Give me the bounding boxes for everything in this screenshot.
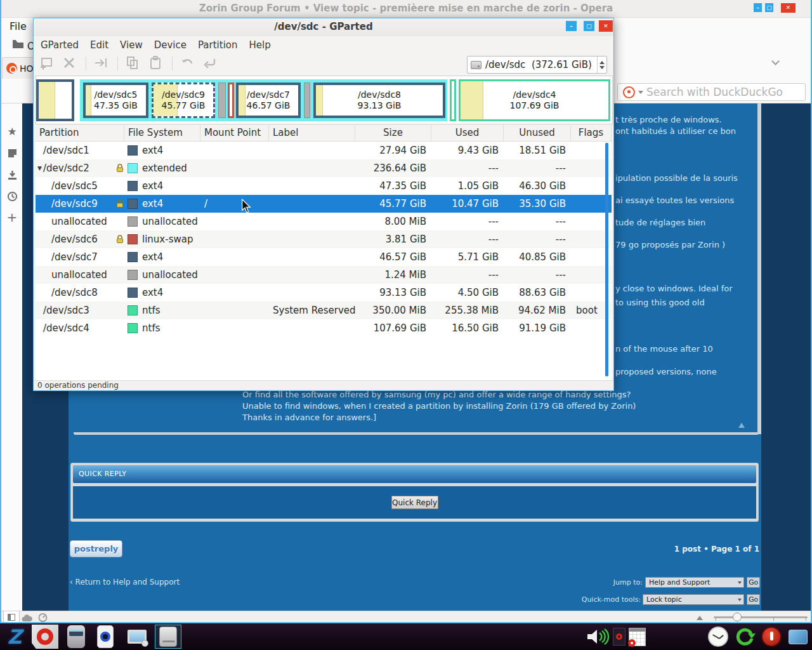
forum-fragment-1: ont habitués à utiliser ce bon — [615, 126, 736, 136]
device-spinner[interactable] — [597, 56, 606, 73]
zoom-indicator-icon[interactable] — [697, 616, 703, 620]
new-partition-icon[interactable] — [39, 55, 55, 72]
taskbar-opera-button[interactable] — [32, 625, 58, 649]
table-row-unallocated-7[interactable]: unallocatedunallocated1.24 MiB------ — [36, 266, 612, 284]
quickmod-go-button[interactable]: Go — [747, 594, 760, 605]
column-header-mount-point[interactable]: Mount Point — [200, 125, 269, 141]
folder-icon[interactable] — [12, 39, 24, 51]
bookmarks-star-icon[interactable]: ★ — [6, 126, 18, 137]
taskbar-file-manager-button[interactable] — [63, 625, 89, 649]
return-to-help-link[interactable]: ‹ Return to Help and Support — [70, 578, 180, 587]
table-row-dev-sdc9[interactable]: /dev/sdc9ext4/45.77 GiB10.47 GiB35.30 Gi… — [36, 195, 612, 213]
visual-partition-dev-sdc9[interactable]: /dev/sdc945.77 GiB — [152, 83, 215, 118]
visual-partition-dev-sdc1[interactable] — [36, 79, 74, 121]
history-icon[interactable] — [6, 191, 18, 202]
column-header-flags[interactable]: Flags — [571, 125, 612, 141]
gparted-menu-edit[interactable]: Edit — [84, 37, 114, 53]
back-to-top-icon[interactable] — [738, 423, 745, 428]
computer-icon — [128, 630, 147, 644]
table-row-dev-sdc8[interactable]: /dev/sdc8ext493.13 GiB4.50 GiB88.63 GiB — [36, 284, 612, 302]
visual-partition-dev-sdc4[interactable]: /dev/sdc4107.69 GiB — [459, 79, 610, 121]
table-row-dev-sdc5[interactable]: /dev/sdc5ext447.35 GiB1.05 GiB46.30 GiB — [36, 177, 612, 195]
gparted-menu-gparted[interactable]: GParted — [35, 37, 84, 53]
search-input[interactable] — [646, 86, 800, 98]
gparted-titlebar[interactable]: /dev/sdc - GParted – ▢ ✕ — [34, 18, 613, 36]
jump-to-go-button[interactable]: Go — [747, 577, 760, 588]
delete-partition-icon[interactable] — [62, 55, 78, 72]
visual-partition-unallocated-6[interactable] — [304, 83, 310, 118]
partition-name: /dev/sdc7 — [51, 251, 98, 263]
chevron-down-icon[interactable] — [773, 58, 779, 65]
visual-partition-dev-sdc5[interactable]: /dev/sdc547.35 GiB — [83, 83, 148, 118]
column-header-size[interactable]: Size — [355, 125, 431, 141]
gparted-menu-view[interactable]: View — [114, 37, 148, 53]
sidebar-toggle-tab[interactable] — [3, 611, 20, 623]
opera-close-button[interactable]: ✕ — [781, 3, 796, 13]
visual-partition-dev-sdc3[interactable] — [450, 79, 456, 121]
visual-partition-dev-sdc6[interactable] — [228, 83, 234, 118]
paste-icon[interactable] — [148, 55, 164, 72]
postreply-button[interactable]: postreply — [70, 540, 122, 557]
copy-icon[interactable] — [125, 55, 141, 72]
opera-minimize-button[interactable]: – — [754, 3, 762, 12]
taskbar-restart-button[interactable] — [732, 625, 757, 649]
opera-window-title: Zorin Group Forum • View topic - premièe… — [0, 0, 812, 17]
expander-icon[interactable]: ▼ — [37, 165, 42, 171]
taskbar-computer-button[interactable] — [123, 625, 151, 649]
taskbar-volume-button[interactable] — [585, 625, 613, 649]
opera-file-menu[interactable]: File — [10, 20, 27, 32]
device-size: (372.61 GiB) — [532, 59, 592, 70]
column-header-used[interactable]: Used — [431, 125, 504, 141]
gparted-menu-partition[interactable]: Partition — [192, 37, 244, 53]
search-engine-caret-icon[interactable] — [638, 91, 643, 94]
quick-reply-button[interactable]: Quick Reply — [391, 496, 438, 509]
gparted-menu-help[interactable]: Help — [244, 37, 277, 53]
add-panel-icon[interactable]: + — [6, 211, 18, 223]
device-selector[interactable]: /dev/sdc (372.61 GiB) — [467, 56, 607, 74]
taskbar-show-desktop-button[interactable] — [787, 625, 809, 649]
table-scrollbar[interactable] — [605, 143, 608, 376]
taskbar-zorin-menu-button[interactable]: Z — [1, 625, 28, 649]
taskbar-shutdown-button[interactable] — [759, 625, 784, 649]
taskbar-clock[interactable] — [705, 625, 731, 649]
resize-move-icon[interactable] — [93, 55, 110, 72]
table-row-dev-sdc7[interactable]: /dev/sdc7ext446.57 GiB5.71 GiB40.85 GiB — [36, 248, 612, 266]
opera-maximize-button[interactable]: ▢ — [765, 3, 773, 12]
filesystem-name: ext4 — [142, 198, 163, 209]
gparted-menu-device[interactable]: Device — [148, 37, 192, 53]
quickmod-select[interactable]: Lock topic — [643, 594, 744, 605]
table-row-dev-sdc6[interactable]: /dev/sdc6linux-swap3.81 GiB------ — [36, 230, 612, 248]
jump-to-select[interactable]: Help and Support — [645, 577, 744, 588]
column-header-unused[interactable]: Unused — [504, 125, 571, 141]
taskbar-calendar-button[interactable] — [627, 625, 647, 649]
power-icon — [761, 627, 782, 647]
partition-name: /dev/sdc9 — [162, 90, 205, 100]
apply-icon[interactable] — [202, 55, 219, 72]
taskbar-media-player-button[interactable] — [93, 625, 118, 649]
taskbar-opera-notification[interactable] — [612, 625, 627, 649]
table-row-dev-sdc1[interactable]: /dev/sdc1ext427.94 GiB9.43 GiB18.51 GiB — [36, 142, 612, 159]
visual-partition-unallocated-3[interactable] — [218, 83, 226, 118]
gparted-close-button[interactable]: ✕ — [599, 20, 613, 32]
search-bar[interactable] — [617, 83, 806, 101]
taskbar-gparted-button[interactable] — [155, 625, 181, 649]
column-header-partition[interactable]: Partition — [36, 125, 124, 141]
table-row-unallocated-4[interactable]: unallocatedunallocated8.00 MiB------ — [36, 213, 612, 230]
column-header-label[interactable]: Label — [269, 125, 355, 141]
downloads-icon[interactable] — [6, 169, 18, 181]
undo-icon[interactable] — [180, 55, 196, 72]
table-row-dev-sdc3[interactable]: /dev/sdc3ntfsSystem Reserved350.00 MiB25… — [36, 302, 612, 319]
browser-tab[interactable]: HO — [2, 57, 34, 79]
zoom-slider-track[interactable] — [714, 616, 808, 618]
column-header-file-system[interactable]: File System — [124, 125, 200, 141]
gparted-minimize-button[interactable]: – — [566, 21, 577, 31]
table-row-dev-sdc4[interactable]: /dev/sdc4ntfs107.69 GiB16.50 GiB91.19 Gi… — [36, 319, 612, 337]
table-row-dev-sdc2[interactable]: ▼/dev/sdc2extended236.64 GiB------ — [36, 159, 612, 177]
notes-icon[interactable] — [6, 148, 18, 159]
gparted-maximize-button[interactable]: ▢ — [584, 21, 594, 31]
zoom-slider-handle[interactable] — [733, 613, 742, 621]
visual-partition-dev-sdc7[interactable]: /dev/sdc746.57 GiB — [236, 83, 301, 118]
duckduckgo-icon[interactable] — [623, 86, 635, 98]
partition-name: /dev/sdc1 — [43, 145, 89, 156]
visual-partition-dev-sdc8[interactable]: /dev/sdc893.13 GiB — [313, 83, 445, 118]
